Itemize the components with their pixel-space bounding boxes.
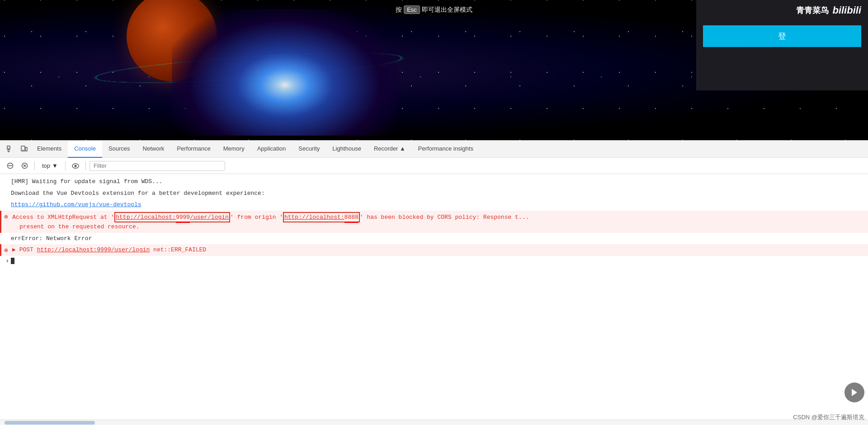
scrollbar-thumb[interactable]: [5, 421, 95, 425]
toolbar-divider: [34, 161, 35, 170]
console-prompt-line[interactable]: ›: [0, 256, 868, 266]
bilibili-login-button[interactable]: 登: [703, 25, 861, 47]
context-dropdown-icon: ▼: [52, 162, 58, 169]
brand-text: 青青菜鸟: [796, 5, 829, 16]
cors-error-text-3: ' has been blocked by CORS policy: Respo…: [360, 214, 529, 221]
stop-recording-button[interactable]: [18, 160, 31, 172]
cursor: [11, 258, 14, 264]
hmr-message: [HMR] Waiting for update signal from WDS…: [11, 178, 162, 185]
tab-elements[interactable]: Elements: [31, 141, 68, 158]
network-error-text: errError: Network Error: [11, 235, 92, 242]
eye-icon-button[interactable]: [69, 160, 82, 172]
console-filter-input[interactable]: [90, 161, 225, 171]
console-scrollbar[interactable]: [0, 420, 868, 425]
toolbar-divider-3: [85, 161, 86, 170]
tab-security[interactable]: Security: [292, 141, 326, 158]
tab-console[interactable]: Console: [68, 141, 102, 158]
clear-console-button[interactable]: [4, 160, 16, 172]
error-icon: ⊗: [4, 212, 8, 222]
console-post-error: ⊗ ▶ POST http://localhost:9999/user/logi…: [0, 244, 868, 256]
post-arrow: ▶: [12, 246, 16, 253]
tab-performance-insights[interactable]: Performance insights: [412, 141, 480, 158]
post-url[interactable]: http://localhost:9999/user/login: [37, 246, 150, 253]
console-toolbar: top ▼: [0, 158, 868, 174]
webpage-area: 按 Esc 即可退出全屏模式 青青菜鸟 bilibili 登: [0, 0, 868, 140]
tab-lighthouse[interactable]: Lighthouse: [326, 141, 368, 158]
devtools-tabs-bar: Elements Console Sources Network Perform…: [0, 141, 868, 158]
press-label: 按: [396, 6, 402, 14]
svg-rect-5: [25, 147, 27, 151]
console-message-hmr: [HMR] Waiting for update signal from WDS…: [0, 176, 868, 188]
vue-devtools-link[interactable]: https://github.com/vuejs/vue-devtools: [11, 201, 142, 208]
bilibili-header: 青青菜鸟 bilibili: [696, 0, 868, 21]
tab-recorder[interactable]: Recorder ▲: [368, 141, 412, 158]
toolbar-divider-2: [65, 161, 66, 170]
cors-origin-annotated: http://localhost:8888: [283, 212, 360, 223]
context-selector[interactable]: top ▼: [38, 161, 61, 170]
hint-text: 即可退出全屏模式: [422, 6, 472, 14]
prompt-symbol: ›: [5, 257, 9, 264]
bilibili-logo: bilibili: [832, 5, 861, 16]
devtools-panel: Elements Console Sources Network Perform…: [0, 140, 868, 425]
tab-memory[interactable]: Memory: [217, 141, 251, 158]
error-icon-2: ⊗: [4, 246, 8, 255]
inspect-element-button[interactable]: [4, 142, 17, 156]
tab-application[interactable]: Application: [251, 141, 292, 158]
svg-marker-14: [852, 389, 857, 396]
devtools-message: Download the Vue Devtools extension for …: [11, 190, 265, 197]
esc-key: Esc: [404, 5, 420, 14]
cors-origin-url[interactable]: http://localhost:8888: [284, 214, 359, 221]
cors-request-url[interactable]: http://localhost:9999/user/login: [116, 214, 229, 221]
light-burst-decoration: [172, 9, 398, 136]
watermark: CSDN @爱你三千遍斯塔克: [793, 413, 864, 421]
tab-network[interactable]: Network: [137, 141, 171, 158]
svg-rect-0: [7, 146, 10, 149]
err-failed: net::ERR_FAILED: [153, 246, 206, 253]
device-toolbar-button[interactable]: [17, 142, 31, 156]
post-label: POST: [19, 246, 37, 253]
console-message-link: https://github.com/vuejs/vue-devtools: [0, 199, 868, 211]
cors-url-annotated: http://localhost:9999/user/login: [114, 212, 230, 223]
float-play-button[interactable]: [844, 382, 864, 402]
fullscreen-hint: 按 Esc 即可退出全屏模式: [389, 4, 479, 16]
console-message-devtools: Download the Vue Devtools extension for …: [0, 188, 868, 199]
console-cors-error: ⊗ Access to XMLHttpRequest at 'http://lo…: [0, 211, 868, 233]
bilibili-panel: 青青菜鸟 bilibili 登: [696, 0, 868, 90]
console-network-error: errError: Network Error: [0, 233, 868, 245]
cors-error-present: present on the requested resource.: [12, 223, 139, 230]
tab-performance[interactable]: Performance: [170, 141, 217, 158]
console-output: [HMR] Waiting for update signal from WDS…: [0, 174, 868, 420]
tab-sources[interactable]: Sources: [102, 141, 137, 158]
svg-point-13: [74, 165, 76, 167]
cors-error-text-2: ' from origin ': [230, 214, 283, 221]
cors-error-text-1: Access to XMLHttpRequest at ': [12, 214, 114, 221]
